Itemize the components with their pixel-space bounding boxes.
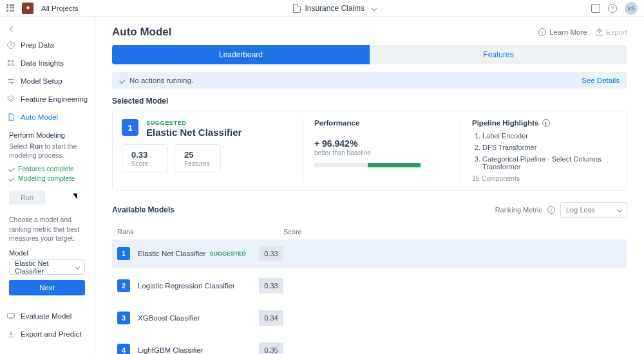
table-row[interactable]: 4LightGBM Classifier0.35 [112,336,627,354]
sidebar-collapse-button[interactable] [5,22,19,36]
score-chip: 0.35 [259,342,283,354]
sidebar-item-evaluate-model[interactable]: Evaluate Model [0,307,95,325]
model-select-value: Elastic Net Classifier [15,259,72,275]
pipeline-list: Label Encoder DFS Transformer Categorica… [472,132,618,171]
selected-model-name: Elastic Net Classifier [146,127,242,138]
check-icon [8,166,14,172]
svg-rect-7 [8,313,15,318]
tab-leaderboard[interactable]: Leaderboard [112,45,370,64]
svg-rect-2 [8,64,9,65]
tab-features[interactable]: Features [370,45,627,64]
panel-toggle-icon[interactable] [591,4,600,13]
chevron-left-icon [10,26,15,32]
svg-rect-1 [8,60,9,61]
avatar[interactable]: VS [625,2,638,15]
pipeline-item: Categorical Pipeline - Select Columns Tr… [482,155,618,171]
brand-logo: ✦ [22,3,33,14]
table-row[interactable]: 1Elastic Net ClassifierSUGGESTED0.33 [112,239,627,268]
info-icon: i [538,28,546,36]
help-icon[interactable]: ? [608,4,617,13]
rank-badge: 1 [117,247,130,260]
sidebar-item-label: Auto Model [21,113,58,121]
col-rank: Rank [115,228,283,236]
upload-icon [596,29,603,35]
score-chip: 0.33 [259,246,283,261]
rank-badge: 1 [122,119,138,136]
score-chip: 0.34 [259,310,283,326]
check-modeling-complete: Modeling complete [9,174,86,182]
rank-badge: 2 [117,279,130,292]
svg-rect-4 [12,64,13,65]
sidebar-item-export-predict[interactable]: Export and Predict [0,325,95,343]
download-icon [6,330,15,339]
breadcrumb-label: Insurance Claims [305,4,365,13]
sidebar-sub-panel: Perform Modeling Select Run to start the… [0,126,95,301]
info-icon[interactable]: i [542,119,550,127]
model-name: LightGBM Classifier [138,346,204,354]
performance-bar [314,163,421,167]
status-bar: No actions running. See Details [112,72,627,89]
suggested-badge: SUGGESTED [146,119,242,126]
ranking-metric-select[interactable]: Log Loss [560,202,627,218]
table-row[interactable]: 3XGBoost Classifier0.34 [112,304,627,332]
info-icon[interactable]: i [547,206,555,214]
export-button[interactable]: Export [596,28,627,36]
rank-badge: 3 [117,312,130,324]
selected-model-card: 1 SUGGESTED Elastic Net Classifier 0.33 … [112,111,627,191]
model-name: Elastic Net Classifier [138,250,205,257]
learn-more-link[interactable]: i Learn More [538,28,587,36]
model-name: Logistic Regression Classifier [138,282,235,290]
apps-grid-icon[interactable] [6,4,15,13]
sliders-icon [6,77,15,86]
project-breadcrumb[interactable]: Insurance Claims [79,4,591,13]
sidebar-item-label: Feature Engineering [21,95,88,103]
svg-rect-3 [12,60,13,61]
pipeline-title: Pipeline Highlights i [472,119,618,127]
document-icon [6,113,15,122]
selected-model-title: Selected Model [112,97,627,106]
layers-icon [6,95,15,104]
chevron-down-icon [75,265,80,270]
table-header: Rank Score [112,224,627,239]
performance-value: + 96.942% [314,138,448,149]
sidebar-item-feature-engineering[interactable]: Feature Engineering [0,90,95,108]
ranking-metric-label: Ranking Metric [495,206,542,214]
check-icon [8,176,14,182]
sidebar-item-data-insights[interactable]: Data Insights [0,54,95,72]
page-title: Auto Model [112,26,172,39]
components-count: 15 Components [472,174,618,182]
tabs: Leaderboard Features [112,45,627,64]
score-chip: 0.33 [259,278,283,293]
insights-icon [6,59,15,68]
monitor-icon [6,312,15,321]
main-content: Auto Model i Learn More Export Leaderboa… [95,17,644,354]
pipeline-item: DFS Transformer [482,144,618,151]
document-icon [293,4,301,13]
table-row[interactable]: 2Logistic Regression Classifier0.33 [112,272,627,300]
all-projects-link[interactable]: All Projects [41,5,79,12]
sidebar-item-model-setup[interactable]: Model Setup [0,72,95,90]
clock-icon [6,41,15,50]
available-models-title: Available Models [112,205,175,214]
model-advice-text: Choose a model and ranking metric that b… [9,215,86,243]
performance-title: Performance [314,119,448,127]
check-features-complete: Features complete [9,165,86,172]
suggested-badge: SUGGESTED [209,250,246,257]
chevron-down-icon [617,207,622,212]
sidebar-item-label: Export and Predict [21,330,82,338]
see-details-link[interactable]: See Details [582,77,620,84]
sidebar-item-label: Prep Data [21,41,54,49]
status-text: No actions running. [129,77,193,84]
score-stat: 0.33 Score [122,144,168,173]
run-button[interactable]: Run [9,191,45,205]
sidebar-item-prep-data[interactable]: Prep Data [0,36,95,54]
sidebar-item-auto-model[interactable]: Auto Model [0,108,95,126]
sidebar-item-label: Model Setup [21,77,62,85]
col-score: Score [283,228,335,236]
next-button[interactable]: Next [9,280,85,295]
rank-badge: 4 [117,344,130,354]
perform-modeling-desc: Select Run to start the modeling process… [9,142,86,160]
chevron-down-icon [372,5,377,10]
features-stat: 25 Features [175,144,221,173]
model-select[interactable]: Elastic Net Classifier [9,259,85,275]
